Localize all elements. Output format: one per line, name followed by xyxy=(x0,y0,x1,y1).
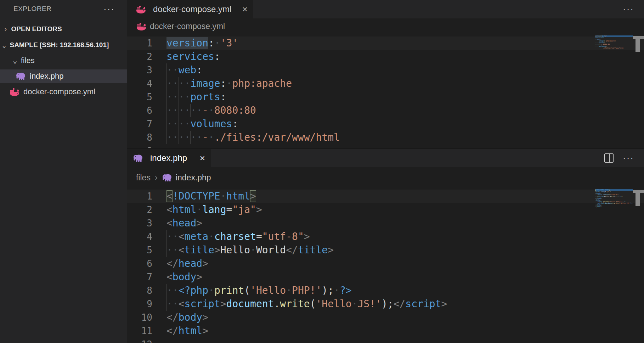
indent-guide xyxy=(179,77,179,144)
tab-label: index.php xyxy=(150,153,187,163)
code-line: 9··<script>document.write('Hello·JS!');<… xyxy=(127,297,644,311)
code-line: 6</head> xyxy=(127,257,644,270)
explorer-more-actions-icon[interactable]: ··· xyxy=(103,4,115,15)
php-file-icon xyxy=(133,153,143,163)
code-line: 2<html·lang="ja"> xyxy=(127,203,644,217)
tree-item-index-php[interactable]: index.php xyxy=(0,69,127,83)
editor-group-index-php: index.php × ··· files › xyxy=(127,149,644,343)
more-actions-icon[interactable]: ··· xyxy=(623,4,634,15)
code-line: 5····ports: xyxy=(127,90,644,104)
editor-group-sash[interactable] xyxy=(127,148,644,149)
code-editor-index-php[interactable]: 1<!DOCTYPE·html>2<html·lang="ja">3<head>… xyxy=(127,188,644,343)
explorer-sidebar: EXPLORER ··· › OPEN EDITORS ⌄ SAMPLE [SS… xyxy=(0,0,127,343)
php-file-icon xyxy=(16,72,26,81)
scrollbar-thumb[interactable] xyxy=(635,193,640,206)
indent-guide xyxy=(166,63,167,144)
code-line: 3··web: xyxy=(127,63,644,77)
minimap-code: version:·'3'services:··web:····image:·ph… xyxy=(595,35,633,51)
explorer-title: EXPLORER xyxy=(13,5,51,13)
editor-actions-top: ··· xyxy=(623,0,634,18)
file-index-php-label: index.php xyxy=(30,72,63,81)
workspace-label: SAMPLE [SSH: 192.168.56.101] xyxy=(10,41,109,49)
breadcrumb-item-index-php[interactable]: index.php xyxy=(176,173,211,182)
tabbar-bottom: index.php × ··· xyxy=(127,149,644,167)
code-lines: 1version:·'3'2services:3··web:4····image… xyxy=(127,36,644,148)
overview-ruler xyxy=(633,188,644,343)
vscode-window: EXPLORER ··· › OPEN EDITORS ⌄ SAMPLE [SS… xyxy=(0,0,644,343)
code-editor-docker-compose[interactable]: 1version:·'3'2services:3··web:4····image… xyxy=(127,34,644,148)
chevron-down-icon: ⌄ xyxy=(13,56,17,65)
docker-compose-file-icon xyxy=(136,5,146,14)
php-file-icon xyxy=(162,173,173,182)
tabbar-top: docker-compose.yml × ··· xyxy=(127,0,644,18)
indent-guide xyxy=(190,131,191,144)
open-editors-label: OPEN EDITORS xyxy=(11,25,62,33)
overview-cursor-decoration xyxy=(633,190,644,193)
breadcrumb-bottom[interactable]: files › index.php xyxy=(127,167,644,188)
code-line: 1<!DOCTYPE·html> xyxy=(127,190,644,203)
code-line: 9 xyxy=(127,144,644,148)
minimap[interactable]: <!DOCTYPE·html><html·lang="ja"><head>··<… xyxy=(595,189,633,214)
workspace-section[interactable]: ⌄ SAMPLE [SSH: 192.168.56.101] xyxy=(0,37,127,52)
chevron-right-icon: › xyxy=(4,25,7,33)
indent-guide xyxy=(190,104,191,117)
code-line: 7····volumes: xyxy=(127,117,644,131)
split-editor-icon[interactable] xyxy=(604,153,614,163)
file-docker-compose-label: docker-compose.yml xyxy=(23,87,95,96)
code-line: 1version:·'3' xyxy=(127,36,644,50)
code-line: 10</body> xyxy=(127,311,644,324)
chevron-down-icon: ⌄ xyxy=(2,41,6,49)
code-line: 5··<title>Hello·World</title> xyxy=(127,243,644,257)
editor-groups: docker-compose.yml × ··· xyxy=(127,0,644,343)
code-line: 12 xyxy=(127,338,644,343)
tree-item-files[interactable]: ⌄ files xyxy=(0,54,127,67)
docker-compose-file-icon xyxy=(9,87,20,96)
code-line: 2services: xyxy=(127,50,644,63)
tree-item-docker-compose-yml[interactable]: docker-compose.yml xyxy=(0,85,127,99)
open-editors-section[interactable]: › OPEN EDITORS xyxy=(0,23,127,35)
minimap-code: <!DOCTYPE·html><html·lang="ja"><head>··<… xyxy=(595,189,633,210)
code-line: 4··<meta·charset="utf-8"> xyxy=(127,230,644,243)
docker-compose-file-icon xyxy=(136,22,147,31)
editor-group-docker-compose: docker-compose.yml × ··· xyxy=(127,0,644,148)
close-icon[interactable]: × xyxy=(200,153,205,163)
explorer-header: EXPLORER ··· xyxy=(0,0,127,18)
tab-label: docker-compose.yml xyxy=(153,4,231,14)
breadcrumb-item[interactable]: docker-compose.yml xyxy=(150,22,225,31)
scrollbar-thumb[interactable] xyxy=(635,39,640,52)
editor-actions-bottom: ··· xyxy=(604,149,634,167)
code-line: 8··<?php·print('Hello·PHP!');·?> xyxy=(127,284,644,297)
code-line: 11</html> xyxy=(127,324,644,338)
close-icon[interactable]: × xyxy=(242,5,248,14)
overview-ruler xyxy=(633,34,644,148)
code-lines: 1<!DOCTYPE·html>2<html·lang="ja">3<head>… xyxy=(127,190,644,343)
code-line: 8······-·./files:/var/www/html xyxy=(127,131,644,144)
more-actions-icon[interactable]: ··· xyxy=(623,153,634,164)
breadcrumb-separator-icon: › xyxy=(155,173,158,182)
breadcrumb-item-files[interactable]: files xyxy=(136,173,151,182)
code-line: 3<head> xyxy=(127,217,644,230)
folder-files-label: files xyxy=(21,56,35,65)
overview-cursor-decoration xyxy=(633,36,644,39)
minimap[interactable]: version:·'3'services:··web:····image:·ph… xyxy=(595,35,633,60)
tab-index-php[interactable]: index.php × xyxy=(127,149,211,167)
code-line: 6······-·8080:80 xyxy=(127,104,644,117)
indent-guide xyxy=(166,230,167,257)
breadcrumb-top[interactable]: docker-compose.yml xyxy=(127,18,644,34)
code-line: 7<body> xyxy=(127,270,644,284)
indent-guide xyxy=(166,284,167,311)
tab-docker-compose-yml[interactable]: docker-compose.yml × xyxy=(127,0,253,18)
code-line: 4····image:·php:apache xyxy=(127,77,644,90)
